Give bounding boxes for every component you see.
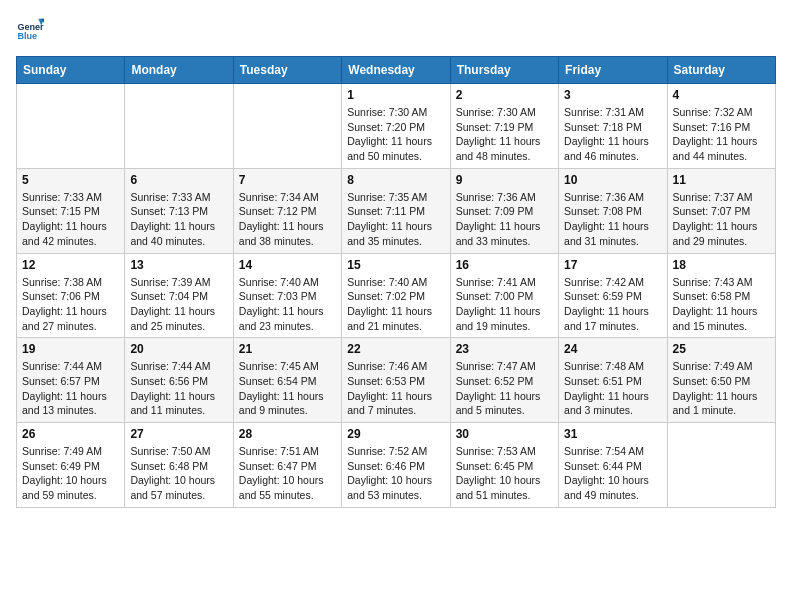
day-number: 11 bbox=[673, 173, 770, 187]
calendar-cell: 26Sunrise: 7:49 AM Sunset: 6:49 PM Dayli… bbox=[17, 423, 125, 508]
day-number: 15 bbox=[347, 258, 444, 272]
day-number: 27 bbox=[130, 427, 227, 441]
calendar-cell: 22Sunrise: 7:46 AM Sunset: 6:53 PM Dayli… bbox=[342, 338, 450, 423]
day-info: Sunrise: 7:53 AM Sunset: 6:45 PM Dayligh… bbox=[456, 444, 553, 503]
calendar-cell: 9Sunrise: 7:36 AM Sunset: 7:09 PM Daylig… bbox=[450, 168, 558, 253]
calendar-cell: 8Sunrise: 7:35 AM Sunset: 7:11 PM Daylig… bbox=[342, 168, 450, 253]
calendar-cell: 5Sunrise: 7:33 AM Sunset: 7:15 PM Daylig… bbox=[17, 168, 125, 253]
calendar-week-row: 19Sunrise: 7:44 AM Sunset: 6:57 PM Dayli… bbox=[17, 338, 776, 423]
day-info: Sunrise: 7:33 AM Sunset: 7:15 PM Dayligh… bbox=[22, 190, 119, 249]
day-number: 16 bbox=[456, 258, 553, 272]
day-number: 24 bbox=[564, 342, 661, 356]
day-info: Sunrise: 7:51 AM Sunset: 6:47 PM Dayligh… bbox=[239, 444, 336, 503]
calendar-cell bbox=[667, 423, 775, 508]
calendar-cell: 12Sunrise: 7:38 AM Sunset: 7:06 PM Dayli… bbox=[17, 253, 125, 338]
day-info: Sunrise: 7:36 AM Sunset: 7:09 PM Dayligh… bbox=[456, 190, 553, 249]
day-header-friday: Friday bbox=[559, 57, 667, 84]
day-info: Sunrise: 7:49 AM Sunset: 6:49 PM Dayligh… bbox=[22, 444, 119, 503]
calendar-week-row: 12Sunrise: 7:38 AM Sunset: 7:06 PM Dayli… bbox=[17, 253, 776, 338]
day-number: 28 bbox=[239, 427, 336, 441]
day-info: Sunrise: 7:40 AM Sunset: 7:02 PM Dayligh… bbox=[347, 275, 444, 334]
day-info: Sunrise: 7:37 AM Sunset: 7:07 PM Dayligh… bbox=[673, 190, 770, 249]
calendar-header-row: SundayMondayTuesdayWednesdayThursdayFrid… bbox=[17, 57, 776, 84]
day-number: 9 bbox=[456, 173, 553, 187]
calendar-cell: 3Sunrise: 7:31 AM Sunset: 7:18 PM Daylig… bbox=[559, 84, 667, 169]
day-header-thursday: Thursday bbox=[450, 57, 558, 84]
day-info: Sunrise: 7:46 AM Sunset: 6:53 PM Dayligh… bbox=[347, 359, 444, 418]
calendar-cell: 13Sunrise: 7:39 AM Sunset: 7:04 PM Dayli… bbox=[125, 253, 233, 338]
calendar-cell: 27Sunrise: 7:50 AM Sunset: 6:48 PM Dayli… bbox=[125, 423, 233, 508]
day-number: 13 bbox=[130, 258, 227, 272]
day-info: Sunrise: 7:42 AM Sunset: 6:59 PM Dayligh… bbox=[564, 275, 661, 334]
calendar-cell: 2Sunrise: 7:30 AM Sunset: 7:19 PM Daylig… bbox=[450, 84, 558, 169]
calendar-cell bbox=[17, 84, 125, 169]
day-info: Sunrise: 7:44 AM Sunset: 6:56 PM Dayligh… bbox=[130, 359, 227, 418]
day-info: Sunrise: 7:40 AM Sunset: 7:03 PM Dayligh… bbox=[239, 275, 336, 334]
day-info: Sunrise: 7:30 AM Sunset: 7:20 PM Dayligh… bbox=[347, 105, 444, 164]
day-number: 18 bbox=[673, 258, 770, 272]
day-info: Sunrise: 7:41 AM Sunset: 7:00 PM Dayligh… bbox=[456, 275, 553, 334]
day-number: 23 bbox=[456, 342, 553, 356]
day-info: Sunrise: 7:33 AM Sunset: 7:13 PM Dayligh… bbox=[130, 190, 227, 249]
page-header: General Blue bbox=[16, 16, 776, 44]
day-info: Sunrise: 7:48 AM Sunset: 6:51 PM Dayligh… bbox=[564, 359, 661, 418]
svg-text:Blue: Blue bbox=[17, 31, 37, 41]
day-number: 5 bbox=[22, 173, 119, 187]
day-number: 22 bbox=[347, 342, 444, 356]
calendar-cell: 16Sunrise: 7:41 AM Sunset: 7:00 PM Dayli… bbox=[450, 253, 558, 338]
logo-icon: General Blue bbox=[16, 16, 44, 44]
calendar-cell: 23Sunrise: 7:47 AM Sunset: 6:52 PM Dayli… bbox=[450, 338, 558, 423]
day-info: Sunrise: 7:36 AM Sunset: 7:08 PM Dayligh… bbox=[564, 190, 661, 249]
calendar-cell: 29Sunrise: 7:52 AM Sunset: 6:46 PM Dayli… bbox=[342, 423, 450, 508]
day-number: 4 bbox=[673, 88, 770, 102]
day-info: Sunrise: 7:50 AM Sunset: 6:48 PM Dayligh… bbox=[130, 444, 227, 503]
day-number: 8 bbox=[347, 173, 444, 187]
calendar-cell: 15Sunrise: 7:40 AM Sunset: 7:02 PM Dayli… bbox=[342, 253, 450, 338]
day-info: Sunrise: 7:49 AM Sunset: 6:50 PM Dayligh… bbox=[673, 359, 770, 418]
day-number: 7 bbox=[239, 173, 336, 187]
calendar-week-row: 1Sunrise: 7:30 AM Sunset: 7:20 PM Daylig… bbox=[17, 84, 776, 169]
day-info: Sunrise: 7:34 AM Sunset: 7:12 PM Dayligh… bbox=[239, 190, 336, 249]
calendar-cell: 10Sunrise: 7:36 AM Sunset: 7:08 PM Dayli… bbox=[559, 168, 667, 253]
day-number: 19 bbox=[22, 342, 119, 356]
day-number: 10 bbox=[564, 173, 661, 187]
calendar-cell: 31Sunrise: 7:54 AM Sunset: 6:44 PM Dayli… bbox=[559, 423, 667, 508]
calendar-cell: 30Sunrise: 7:53 AM Sunset: 6:45 PM Dayli… bbox=[450, 423, 558, 508]
day-info: Sunrise: 7:38 AM Sunset: 7:06 PM Dayligh… bbox=[22, 275, 119, 334]
day-info: Sunrise: 7:44 AM Sunset: 6:57 PM Dayligh… bbox=[22, 359, 119, 418]
calendar-cell: 25Sunrise: 7:49 AM Sunset: 6:50 PM Dayli… bbox=[667, 338, 775, 423]
day-number: 20 bbox=[130, 342, 227, 356]
day-number: 25 bbox=[673, 342, 770, 356]
day-number: 30 bbox=[456, 427, 553, 441]
calendar-week-row: 5Sunrise: 7:33 AM Sunset: 7:15 PM Daylig… bbox=[17, 168, 776, 253]
calendar-cell: 18Sunrise: 7:43 AM Sunset: 6:58 PM Dayli… bbox=[667, 253, 775, 338]
day-info: Sunrise: 7:54 AM Sunset: 6:44 PM Dayligh… bbox=[564, 444, 661, 503]
calendar-cell: 17Sunrise: 7:42 AM Sunset: 6:59 PM Dayli… bbox=[559, 253, 667, 338]
calendar-cell: 28Sunrise: 7:51 AM Sunset: 6:47 PM Dayli… bbox=[233, 423, 341, 508]
day-info: Sunrise: 7:32 AM Sunset: 7:16 PM Dayligh… bbox=[673, 105, 770, 164]
day-number: 26 bbox=[22, 427, 119, 441]
day-header-sunday: Sunday bbox=[17, 57, 125, 84]
day-info: Sunrise: 7:47 AM Sunset: 6:52 PM Dayligh… bbox=[456, 359, 553, 418]
day-number: 6 bbox=[130, 173, 227, 187]
calendar-cell: 20Sunrise: 7:44 AM Sunset: 6:56 PM Dayli… bbox=[125, 338, 233, 423]
day-header-saturday: Saturday bbox=[667, 57, 775, 84]
day-number: 17 bbox=[564, 258, 661, 272]
day-info: Sunrise: 7:30 AM Sunset: 7:19 PM Dayligh… bbox=[456, 105, 553, 164]
calendar-cell: 6Sunrise: 7:33 AM Sunset: 7:13 PM Daylig… bbox=[125, 168, 233, 253]
calendar-cell bbox=[125, 84, 233, 169]
calendar-cell: 4Sunrise: 7:32 AM Sunset: 7:16 PM Daylig… bbox=[667, 84, 775, 169]
day-info: Sunrise: 7:31 AM Sunset: 7:18 PM Dayligh… bbox=[564, 105, 661, 164]
calendar-week-row: 26Sunrise: 7:49 AM Sunset: 6:49 PM Dayli… bbox=[17, 423, 776, 508]
day-info: Sunrise: 7:35 AM Sunset: 7:11 PM Dayligh… bbox=[347, 190, 444, 249]
day-header-tuesday: Tuesday bbox=[233, 57, 341, 84]
calendar-cell: 19Sunrise: 7:44 AM Sunset: 6:57 PM Dayli… bbox=[17, 338, 125, 423]
day-number: 31 bbox=[564, 427, 661, 441]
calendar-cell: 1Sunrise: 7:30 AM Sunset: 7:20 PM Daylig… bbox=[342, 84, 450, 169]
calendar-cell: 21Sunrise: 7:45 AM Sunset: 6:54 PM Dayli… bbox=[233, 338, 341, 423]
calendar-cell: 24Sunrise: 7:48 AM Sunset: 6:51 PM Dayli… bbox=[559, 338, 667, 423]
day-number: 12 bbox=[22, 258, 119, 272]
calendar-cell bbox=[233, 84, 341, 169]
day-number: 14 bbox=[239, 258, 336, 272]
calendar-cell: 14Sunrise: 7:40 AM Sunset: 7:03 PM Dayli… bbox=[233, 253, 341, 338]
